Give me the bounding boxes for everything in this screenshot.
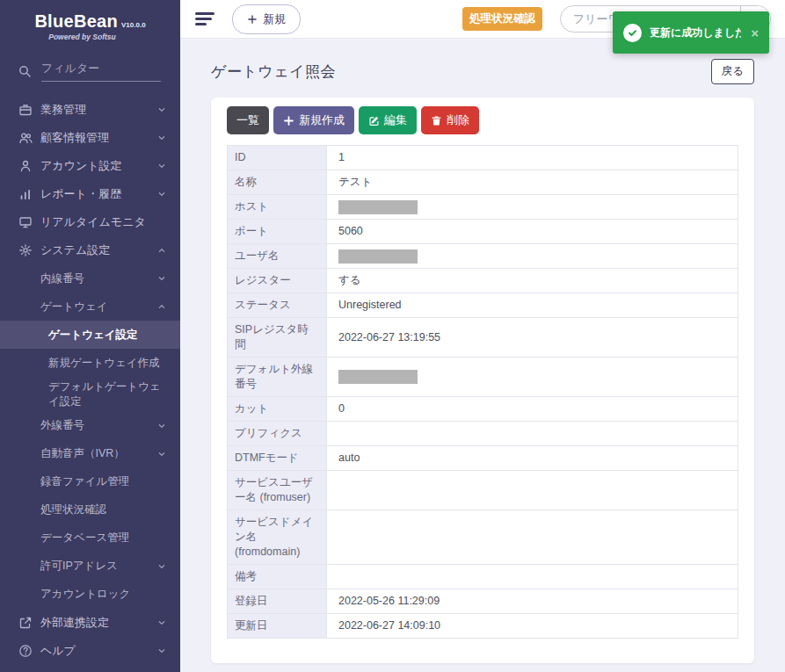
chevron-up-icon [156,245,167,256]
row-label: DTMFモード [228,446,327,471]
row-label: サービスドメイン名 (fromdomain) [228,510,327,565]
chevron-down-icon [156,161,167,171]
chevron-down-icon [156,273,167,284]
delete-button-label: 削除 [447,112,469,128]
sidebar-item[interactable]: レポート・履歴 [0,180,180,208]
logo: BlueBean V10.0.0 Powered by Softsu [0,0,180,41]
version-label: V10.0.0 [121,21,146,29]
sidebar-item-label: 録音ファイル管理 [40,474,167,489]
chevron-down-icon [156,646,167,656]
sidebar-item[interactable]: 許可IPアドレス [0,553,180,581]
close-icon[interactable]: × [749,25,760,40]
success-toast: 更新に成功しました。 × [613,11,769,54]
table-row: ポート5060 [228,220,738,244]
monitor-icon [18,215,33,230]
plus-icon [283,115,294,126]
row-label: SIPレジスタ時間 [228,318,327,358]
sidebar-item[interactable]: デフォルトゲートウェイ設定 [0,377,180,412]
edit-button[interactable]: 編集 [359,106,417,134]
users-icon [18,131,33,146]
sidebar-item[interactable]: システム設定 [0,236,180,264]
table-row: 更新日2022-06-27 14:09:10 [228,614,738,639]
sidebar-item-label: ゲートウェイ設定 [48,328,167,343]
sidebar-item[interactable]: ゲートウェイ [0,293,180,321]
chevron-down-icon [156,618,167,628]
sidebar-item[interactable]: 業務管理 [0,96,180,124]
sidebar-item[interactable]: 録音ファイル管理 [0,468,180,496]
table-row: プリフィクス [228,422,738,446]
table-row: 登録日2022-05-26 11:29:09 [228,589,738,614]
list-button[interactable]: 一覧 [227,106,269,134]
row-value [327,510,738,565]
pencil-square-icon [368,115,380,126]
row-value: する [327,269,738,293]
sidebar-item[interactable]: 内線番号 [0,264,180,293]
sidebar-item-label: ゲートウェイ [40,300,156,314]
hamburger-menu-icon[interactable] [195,11,214,27]
row-label: 名称 [228,170,327,195]
sidebar-item-label: 自動音声（IVR） [40,446,156,461]
row-value: 1 [327,146,738,170]
row-value [327,358,738,397]
sidebar-filter-input[interactable] [41,60,161,82]
gear-icon [18,243,33,258]
row-label: ポート [228,220,327,244]
row-value [327,244,738,269]
sidebar-item[interactable]: 顧客情報管理 [0,124,180,152]
sidebar-item-label: 業務管理 [40,102,156,118]
delete-button[interactable]: 削除 [421,106,479,134]
create-button[interactable]: 新規作成 [273,106,354,134]
status-badge[interactable]: 処理状況確認 [462,7,542,31]
table-row: SIPレジスタ時間2022-06-27 13:19:55 [228,318,738,358]
chevron-down-icon [156,133,167,143]
help-circle-icon [18,643,33,658]
chevron-down-icon [156,105,167,115]
content: ゲートウェイ照会 戻る 一覧 新規作成 [180,39,785,672]
detail-table: ID1名称テストホストポート5060ユーザ名レジスターするステータスUnregi… [227,145,738,639]
row-value: auto [327,446,738,471]
sidebar-item[interactable]: アカウント設定 [0,152,180,180]
sidebar-item-label: 許可IPアドレス [40,559,156,574]
row-label: 更新日 [228,614,327,639]
chevron-down-icon [156,449,167,459]
row-value: テスト [327,170,738,195]
sidebar-item[interactable]: アカウントロック [0,581,180,609]
detail-card: 一覧 新規作成 編集 [211,98,754,663]
table-row: ホスト [228,195,738,220]
table-row: ステータスUnregistered [228,293,738,318]
sidebar-item-label: 新規ゲートウェイ作成 [48,356,167,371]
user-icon [18,159,33,174]
sidebar-item[interactable]: 外部連携設定 [0,609,180,637]
brand-name: BlueBean [34,11,118,32]
row-label: ユーザ名 [228,244,327,269]
row-value: 5060 [327,220,738,244]
row-label: プリフィクス [228,422,327,446]
table-row: 名称テスト [228,170,738,195]
sidebar-item[interactable]: リアルタイムモニタ [0,208,180,236]
back-button[interactable]: 戻る [711,59,754,84]
row-value: 2022-06-27 13:19:55 [327,318,738,358]
sidebar-item-label: アカウント設定 [40,158,156,174]
edit-button-label: 編集 [384,112,407,128]
sidebar-item-label: 顧客情報管理 [40,130,156,146]
sidebar-item-label: レポート・履歴 [40,186,156,202]
chevron-up-icon [156,301,167,312]
sidebar-item[interactable]: 処理状況確認 [0,496,180,524]
sidebar-filter [0,41,180,89]
sidebar-item[interactable]: データベース管理 [0,524,180,553]
plus-icon [247,14,258,25]
sidebar-item[interactable]: 外線番号 [0,412,180,440]
redacted-value [338,370,418,384]
external-link-icon [18,615,33,630]
toast-message: 更新に成功しました。 [650,25,741,40]
row-value: 2022-06-27 14:09:10 [327,614,738,639]
sidebar-item[interactable]: 新規ゲートウェイ作成 [0,349,180,377]
sidebar-item[interactable]: ゲートウェイ設定 [0,321,180,349]
search-icon [18,64,32,78]
briefcase-icon [18,103,33,118]
detail-table-body: ID1名称テストホストポート5060ユーザ名レジスターするステータスUnregi… [228,146,738,639]
row-value: 2022-05-26 11:29:09 [327,589,738,614]
sidebar-item[interactable]: ヘルプ [0,637,180,665]
new-button[interactable]: 新規 [232,4,301,34]
sidebar-item[interactable]: 自動音声（IVR） [0,440,180,468]
